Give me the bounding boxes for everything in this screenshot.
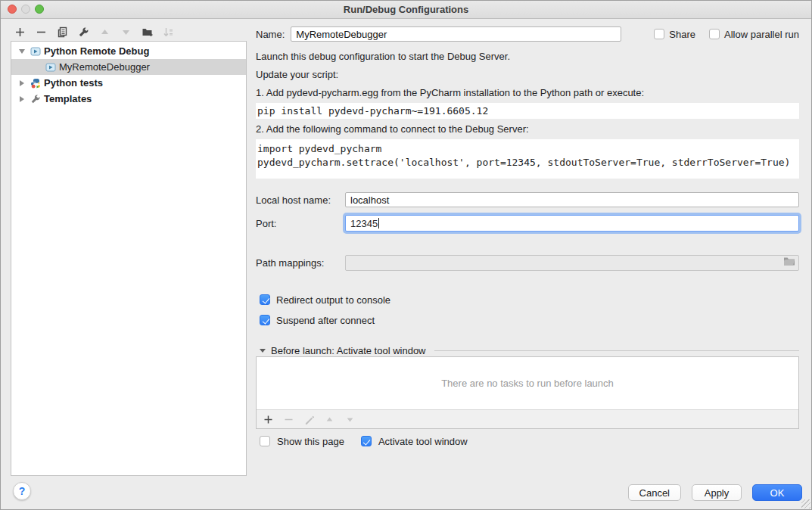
tree-item-label: Python tests — [44, 77, 103, 89]
wrench-icon — [30, 93, 41, 104]
show-this-page-checkbox[interactable] — [260, 436, 270, 446]
window-controls — [8, 5, 44, 14]
activate-tool-window-label: Activate tool window — [378, 436, 468, 447]
tree-item-label: Templates — [44, 93, 92, 104]
settrace-code-block: import pydevd_pycharm pydevd_pycharm.set… — [256, 139, 799, 179]
add-task-icon[interactable] — [263, 414, 274, 425]
apply-button[interactable]: Apply — [692, 484, 742, 501]
new-folder-icon[interactable] — [141, 26, 154, 39]
redirect-output-checkbox[interactable] — [260, 294, 270, 305]
empty-task-message: There are no tasks to run before launch — [441, 378, 614, 389]
name-input[interactable] — [291, 26, 621, 42]
path-mappings-input[interactable] — [345, 255, 799, 271]
pip-install-command: pip install pydevd-pycharm~=191.6605.12 — [256, 103, 799, 119]
edit-defaults-wrench-icon[interactable] — [77, 26, 90, 39]
port-value: 12345 — [350, 218, 378, 229]
description-block: Launch this debug configuration to start… — [256, 48, 799, 179]
name-row: Name: Share Allow parallel run — [256, 26, 799, 42]
tree-item-python-remote-debug[interactable]: Python Remote Debug — [11, 43, 246, 59]
python-tests-icon — [30, 77, 41, 89]
before-launch-title: Before launch: Activate tool window — [271, 345, 426, 356]
before-launch-task-list: There are no tasks to run before launch — [256, 356, 799, 429]
run-debug-configurations-dialog: Run/Debug Configurations — [0, 0, 812, 510]
tree-item-label: MyRemoteDebugger — [59, 61, 150, 73]
remove-task-icon — [283, 414, 294, 425]
header-separator — [434, 350, 799, 351]
redirect-output-row[interactable]: Redirect output to console — [260, 294, 390, 306]
window-title: Run/Debug Configurations — [344, 4, 468, 15]
browse-folder-icon[interactable] — [783, 257, 795, 269]
edit-task-pencil-icon — [303, 414, 315, 425]
allow-parallel-run-checkbox[interactable] — [709, 29, 720, 39]
allow-parallel-run-label: Allow parallel run — [724, 29, 799, 40]
name-row-checkboxes: Share Allow parallel run — [654, 29, 799, 40]
local-host-label: Local host name: — [256, 194, 345, 206]
chevron-right-icon[interactable] — [16, 96, 28, 102]
description-update: Update your script: — [256, 66, 799, 84]
close-icon[interactable] — [8, 5, 17, 14]
title-bar[interactable]: Run/Debug Configurations — [1, 1, 811, 19]
help-button[interactable]: ? — [13, 482, 31, 500]
suspend-after-connect-checkbox[interactable] — [260, 315, 270, 325]
move-task-up-icon — [324, 414, 335, 425]
local-host-input[interactable] — [345, 192, 799, 207]
activate-tool-window-checkbox[interactable] — [361, 436, 372, 446]
text-caret — [378, 218, 379, 229]
code-import-line: import pydevd_pycharm — [257, 142, 798, 156]
description-intro: Launch this debug configuration to start… — [256, 48, 799, 66]
redirect-output-label: Redirect output to console — [276, 294, 390, 306]
suspend-after-connect-label: Suspend after connect — [276, 315, 375, 326]
name-label: Name: — [256, 29, 285, 40]
empty-task-list: There are no tasks to run before launch — [257, 357, 798, 409]
show-this-page-label: Show this page — [277, 436, 344, 447]
configurations-tree: Python Remote Debug MyRemoteDebugger — [11, 41, 247, 476]
configuration-editor: Name: Share Allow parallel run Launch th… — [256, 18, 801, 509]
code-settrace-line: pydevd_pycharm.settrace('localhost', por… — [257, 156, 798, 169]
description-step2: 2. Add the following command to connect … — [256, 120, 799, 138]
resize-grip[interactable] — [801, 499, 810, 508]
suspend-after-connect-row[interactable]: Suspend after connect — [260, 314, 375, 326]
remove-icon[interactable] — [35, 26, 48, 39]
collapse-triangle-icon[interactable] — [260, 349, 266, 353]
tree-item-myremotedebugger[interactable]: MyRemoteDebugger — [11, 59, 246, 75]
tree-item-python-tests[interactable]: Python tests — [11, 75, 246, 91]
share-checkbox[interactable] — [654, 29, 664, 39]
description-step1: 1. Add pydevd-pycharm.egg from the PyCha… — [256, 84, 799, 102]
chevron-down-icon[interactable] — [16, 49, 28, 54]
port-row: Port: 12345 — [256, 213, 799, 233]
copy-icon[interactable] — [56, 26, 69, 39]
tree-item-templates[interactable]: Templates — [11, 91, 246, 107]
help-question-icon: ? — [19, 485, 26, 497]
cancel-button[interactable]: Cancel — [628, 484, 681, 501]
before-launch-toolbar — [257, 409, 798, 428]
allow-parallel-run-checkbox-group[interactable]: Allow parallel run — [709, 29, 799, 40]
move-down-icon — [120, 26, 132, 39]
port-label: Port: — [256, 218, 345, 229]
before-launch-header[interactable]: Before launch: Activate tool window — [260, 345, 799, 356]
move-task-down-icon — [344, 414, 356, 425]
path-mappings-label: Path mappings: — [256, 257, 345, 269]
zoom-icon[interactable] — [35, 5, 44, 14]
share-label: Share — [669, 29, 695, 40]
port-input[interactable]: 12345 — [345, 215, 799, 232]
tree-item-label: Python Remote Debug — [44, 45, 149, 57]
share-checkbox-group[interactable]: Share — [654, 29, 695, 40]
page-options-row: Show this page Activate tool window — [260, 435, 468, 447]
run-config-icon — [45, 61, 56, 73]
tree-toolbar — [14, 23, 175, 40]
add-icon[interactable] — [14, 26, 26, 39]
sort-alphabetically-icon — [162, 26, 175, 39]
path-mappings-row: Path mappings: — [256, 254, 799, 271]
local-host-row: Local host name: — [256, 191, 799, 208]
ok-button[interactable]: OK — [752, 484, 802, 501]
move-up-icon — [98, 26, 111, 39]
run-config-icon — [30, 45, 41, 57]
minimize-icon — [21, 5, 30, 14]
dialog-buttons: Cancel Apply OK — [628, 484, 802, 501]
chevron-right-icon[interactable] — [16, 80, 28, 86]
